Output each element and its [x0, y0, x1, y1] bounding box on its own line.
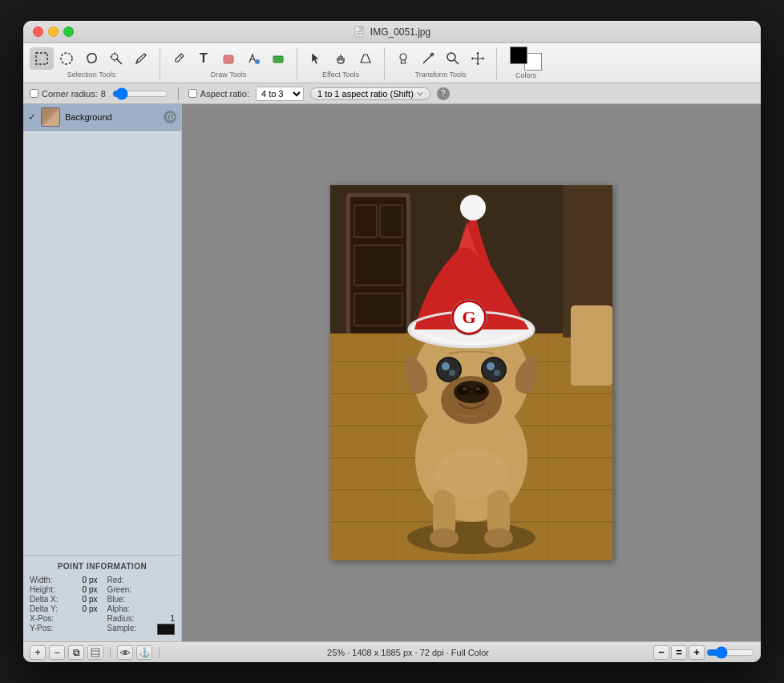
canvas-image: G [330, 185, 612, 560]
toolbar-divider-2 [297, 47, 297, 79]
file-icon [354, 26, 366, 38]
aspect-ratio-label: Aspect ratio: [188, 89, 249, 99]
burn-icon [396, 51, 410, 66]
move-tool[interactable] [466, 47, 490, 70]
toolbar-divider-1 [160, 47, 160, 79]
eraser-icon [271, 51, 285, 66]
foreground-color-swatch[interactable] [510, 46, 527, 64]
aspect-ratio-button[interactable]: 1 to 1 aspect ratio (Shift) [310, 87, 430, 100]
fill-icon [246, 51, 261, 66]
corner-radius-slider[interactable] [112, 88, 168, 99]
zoom-slider[interactable] [706, 646, 754, 659]
canvas-area[interactable]: G [182, 104, 761, 641]
effect-tools-label: Effect Tools [322, 71, 359, 79]
svg-rect-1 [360, 26, 363, 30]
svg-line-12 [144, 54, 146, 55]
red-row: Red: [107, 576, 176, 584]
layer-settings-icon [91, 648, 100, 657]
svg-rect-2 [357, 31, 362, 32]
blue-label: Blue: [107, 595, 126, 604]
layer-thumbnail [41, 107, 60, 127]
alpha-row: Alpha: [107, 604, 176, 613]
zoom-tool[interactable] [441, 47, 465, 70]
eraser-tool[interactable] [266, 47, 290, 70]
height-value: 0 px [83, 585, 98, 594]
transform-tools-label: Transform Tools [414, 71, 466, 79]
svg-point-71 [473, 386, 486, 395]
fill-tool[interactable] [241, 47, 265, 70]
layer-info-button[interactable]: ⓘ [164, 111, 176, 123]
sample-swatch [157, 624, 175, 635]
duplicate-layer-button[interactable]: ⧉ [68, 645, 84, 660]
layer-settings-button[interactable] [87, 645, 103, 660]
marquee-rect-icon [34, 51, 49, 66]
image-dimensions: 1408 x 1885 px [352, 648, 412, 657]
marquee-ellipse-tool[interactable] [55, 47, 79, 70]
selection-tool-buttons [30, 47, 153, 70]
svg-text:G: G [462, 307, 475, 327]
blue-row: Blue: [107, 595, 176, 604]
move-icon [471, 51, 485, 66]
eyedropper-tool[interactable] [167, 47, 191, 70]
point-info-title: POINT INFORMATION [30, 562, 175, 571]
perspective-tool[interactable] [354, 47, 378, 70]
width-label: Width: [30, 576, 52, 584]
svg-rect-40 [350, 197, 406, 333]
magic-wand-tool[interactable] [104, 47, 128, 70]
delta-y-row: Delta Y: 0 px [30, 604, 98, 613]
layers-panel: ✓ Background ⓘ POINT INFORMATION Width: … [23, 104, 182, 641]
marquee-rect-tool[interactable] [30, 47, 54, 70]
text-tool[interactable]: T [192, 47, 216, 70]
delta-x-row: Delta X: 0 px [30, 595, 98, 604]
delta-x-value: 0 px [83, 595, 98, 604]
zoom-icon [446, 51, 460, 66]
eyedropper-icon [172, 51, 186, 66]
green-label: Green: [107, 585, 132, 594]
blur-tool[interactable] [416, 47, 440, 70]
selection-tools-label: Selection Tools [67, 71, 115, 79]
eye-button[interactable] [117, 645, 133, 660]
maximize-button[interactable] [63, 26, 74, 37]
zoom-fit-button[interactable]: = [671, 645, 687, 660]
lasso-tool[interactable] [79, 47, 103, 70]
svg-point-62 [442, 362, 450, 370]
image-content: G [330, 185, 612, 560]
svg-line-24 [455, 60, 459, 64]
remove-layer-button[interactable]: − [49, 645, 65, 660]
alpha-label: Alpha: [107, 604, 130, 613]
zoom-in-button[interactable]: + [689, 645, 705, 660]
layer-item[interactable]: ✓ Background ⓘ [23, 104, 181, 131]
pencil-tool[interactable] [129, 47, 153, 70]
sample-label: Sample: [107, 624, 137, 635]
add-layer-button[interactable]: + [30, 645, 46, 660]
corner-radius-checkbox[interactable] [30, 89, 38, 98]
svg-point-66 [487, 362, 495, 370]
svg-point-72 [463, 387, 467, 390]
burn-tool[interactable] [391, 47, 415, 70]
aspect-ratio-checkbox[interactable] [188, 89, 197, 98]
draw-tool-buttons: T [167, 47, 290, 70]
x-pos-label: X-Pos: [30, 614, 54, 623]
svg-point-61 [438, 358, 460, 381]
color-swatches[interactable] [510, 46, 542, 71]
shape-tool[interactable] [216, 47, 240, 70]
close-button[interactable] [33, 26, 43, 37]
height-row: Height: 0 px [30, 585, 98, 594]
select-tool[interactable] [304, 47, 328, 70]
minimize-button[interactable] [48, 26, 59, 37]
point-info-panel: POINT INFORMATION Width: 0 px Red: Heigh… [23, 555, 181, 641]
layer-visibility-check[interactable]: ✓ [28, 111, 36, 123]
help-button[interactable]: ? [437, 87, 450, 100]
svg-rect-4 [357, 34, 361, 35]
aspect-ratio-select[interactable]: 4 to 3 1 to 1 16 to 9 [256, 87, 304, 101]
zoom-out-button[interactable]: − [653, 645, 669, 660]
svg-line-14 [180, 55, 182, 58]
toolbar-divider-3 [384, 47, 385, 79]
anchor-button[interactable]: ⚓ [136, 645, 152, 660]
blur-icon [421, 51, 435, 66]
toolbar: Selection Tools T [23, 43, 761, 83]
pan-tool[interactable] [329, 47, 353, 70]
hand-icon [333, 51, 348, 66]
zoom-controls: − = + [653, 645, 754, 660]
draw-tools-group: T [167, 47, 290, 79]
